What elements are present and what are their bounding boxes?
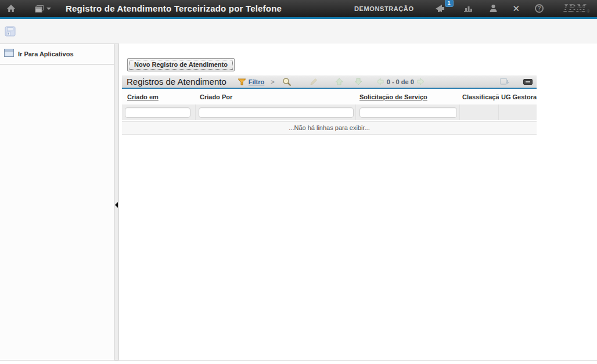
collapse-sidebar-icon[interactable] [115, 202, 118, 208]
move-row-up-icon[interactable] [335, 78, 343, 85]
signout-close-icon[interactable]: ✕ [513, 3, 520, 14]
announcement-icon[interactable]: 1 [435, 4, 446, 13]
reports-chart-icon[interactable] [463, 5, 473, 12]
table-title: Registros de Atendimento [122, 77, 226, 87]
start-center-menu-icon[interactable] [35, 5, 51, 13]
column-header-solicitacao-de-servico[interactable]: Solicitação de Serviço [356, 93, 460, 100]
edit-pencil-icon[interactable] [310, 78, 318, 86]
profile-icon[interactable] [489, 4, 498, 13]
topbar: Registro de Atendimento Terceirizado por… [0, 0, 597, 17]
download-icon[interactable] [500, 78, 509, 85]
pagination-text: 0 - 0 de 0 [387, 78, 414, 85]
content-area: Ir Para Aplicativos Novo Registro de Ate… [0, 44, 597, 364]
environment-label: DEMONSTRAÇÃO [354, 5, 414, 12]
sidebar-item-ir-para-aplicativos[interactable]: Ir Para Aplicativos [0, 44, 114, 64]
collapse-table-icon[interactable] [523, 79, 533, 85]
column-header-ug-gestora: UG Gestora [499, 93, 537, 100]
filter-input-solicitacao-de-servico[interactable] [359, 107, 457, 118]
column-header-criado-em[interactable]: Criado em [122, 93, 196, 100]
filter-link[interactable]: Filtro [249, 78, 265, 85]
layout-bottom-rule [0, 360, 597, 361]
table-header-bar: Registros de Atendimento Filtro > [122, 75, 537, 89]
next-page-icon[interactable] [417, 78, 425, 85]
search-icon[interactable] [282, 77, 292, 87]
table-filter-row [122, 104, 537, 120]
applications-icon [4, 49, 14, 59]
sidebar: Ir Para Aplicativos [0, 44, 114, 361]
main-panel: Novo Registro de Atendimento Registros d… [119, 44, 597, 364]
help-icon[interactable]: ? [535, 4, 544, 13]
filter-expand-chevron-icon[interactable]: > [271, 78, 274, 85]
table-column-headers: Criado em Criado Por Solicitação de Serv… [122, 89, 537, 104]
notification-badge[interactable]: 1 [445, 0, 454, 7]
new-record-button[interactable]: Novo Registro de Atendimento [127, 58, 235, 71]
records-table: Registros de Atendimento Filtro > [122, 75, 537, 135]
filter-input-criado-em[interactable] [125, 107, 190, 118]
app-title: Registro de Atendimento Terceirizado por… [66, 3, 282, 13]
filter-input-criado-por[interactable] [199, 107, 354, 118]
topbar-actions: 1 ✕ ? IBM® [435, 3, 590, 14]
home-icon[interactable] [6, 4, 16, 13]
ibm-reg-mark: ® [587, 9, 590, 14]
column-header-criado-por: Criado Por [196, 93, 356, 100]
sidebar-splitter[interactable] [114, 44, 119, 361]
move-row-down-icon[interactable] [354, 78, 362, 85]
empty-table-message: ...Não há linhas para exibir... [122, 121, 537, 135]
ibm-logo: IBM® [563, 3, 590, 14]
sidebar-item-label: Ir Para Aplicativos [18, 51, 74, 57]
column-header-classificacao: Classificação [460, 93, 499, 100]
previous-page-icon[interactable] [376, 78, 384, 85]
menu-caret-icon [46, 8, 51, 10]
filter-funnel-icon[interactable] [238, 78, 246, 85]
save-icon[interactable] [5, 26, 16, 37]
action-toolbar [0, 19, 597, 44]
